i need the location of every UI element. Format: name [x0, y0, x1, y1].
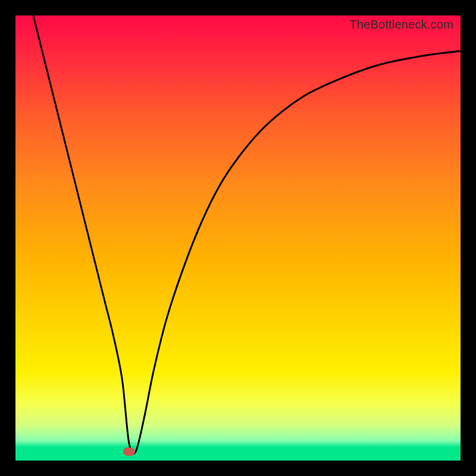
chart-plot-area: TheBottleneck.com	[15, 15, 461, 461]
optimal-point-marker	[123, 447, 135, 456]
bottleneck-curve-path	[33, 15, 461, 454]
chart-curve	[15, 15, 461, 461]
